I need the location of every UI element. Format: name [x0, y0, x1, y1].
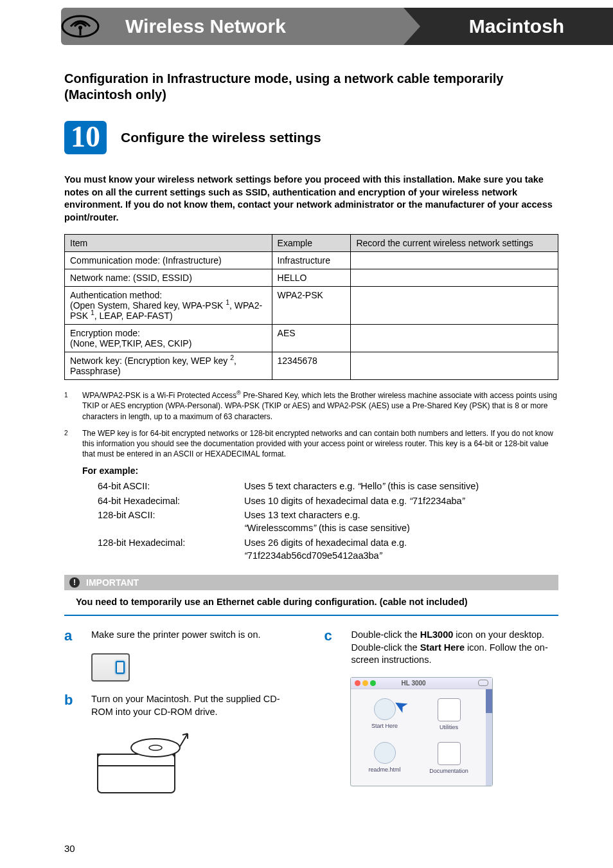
- wifi-icon: [58, 11, 103, 42]
- cdrom-icon: [91, 728, 194, 806]
- substep-letter: a: [64, 629, 80, 643]
- cell-example: AES: [272, 325, 351, 352]
- substep-letter: c: [324, 629, 340, 667]
- toolbar-toggle-icon: [478, 680, 488, 686]
- example-row: 64-bit Hexadecimal:Uses 10 digits of hex…: [98, 494, 558, 507]
- step-title: Configure the wireless settings: [121, 130, 321, 145]
- step-header: 10 Configure the wireless settings: [64, 121, 558, 154]
- important-icon: !: [69, 577, 80, 588]
- header-arrow-icon: [404, 8, 420, 45]
- cell-item: Authentication method:(Open System, Shar…: [65, 287, 272, 325]
- example-row: 128-bit ASCII:Uses 13 text characters e.…: [98, 509, 558, 535]
- footnote-text: The WEP key is for 64-bit encrypted netw…: [82, 428, 558, 460]
- example-row: 64-bit ASCII:Uses 5 text characters e.g.…: [98, 480, 558, 493]
- th-record: Record the current wireless network sett…: [351, 235, 558, 252]
- finder-item-label: Documentation: [429, 768, 468, 774]
- cell-item: Network key: (Encryption key, WEP key 2,…: [65, 352, 272, 380]
- svg-point-6: [149, 745, 162, 750]
- page-header: Wireless Network Macintosh: [0, 8, 613, 45]
- cdrom-figure: [91, 728, 194, 806]
- folder-icon: [438, 698, 461, 721]
- finder-title-text: HL 3000: [402, 680, 426, 687]
- folder-icon: [438, 742, 461, 765]
- intro-paragraph: You must know your wireless network sett…: [64, 174, 558, 224]
- footnotes: 1WPA/WPA2-PSK is a Wi-Fi Protected Acces…: [64, 390, 558, 459]
- finder-item-label: Utilities: [440, 724, 458, 730]
- footnote: 2The WEP key is for 64-bit encrypted net…: [64, 428, 558, 460]
- table-row: Network name: (SSID, ESSID)HELLO: [65, 269, 558, 287]
- th-example: Example: [272, 235, 351, 252]
- footnote: 1WPA/WPA2-PSK is a Wi-Fi Protected Acces…: [64, 390, 558, 422]
- substep-text: Turn on your Macintosh. Put the supplied…: [91, 693, 299, 718]
- example-label: 128-bit ASCII:: [98, 509, 244, 535]
- cell-record: [351, 269, 558, 287]
- section-title: Configuration in Infrastructure mode, us…: [64, 71, 558, 103]
- example-row: 128-bit Hexadecimal:Uses 26 digits of he…: [98, 536, 558, 563]
- substep-b: b Turn on your Macintosh. Put the suppli…: [64, 693, 299, 718]
- finder-item-label: readme.html: [368, 766, 400, 773]
- svg-rect-3: [98, 754, 175, 793]
- table-row: Network key: (Encryption key, WEP key 2,…: [65, 352, 558, 380]
- step-number-badge: 10: [64, 121, 107, 154]
- example-label: 64-bit Hexadecimal:: [98, 494, 244, 507]
- example-desc: Uses 10 digits of hexadecimal data e.g. …: [244, 494, 465, 507]
- finder-item: readme.html: [362, 742, 407, 774]
- footnote-text: WPA/WPA2-PSK is a Wi-Fi Protected Access…: [82, 390, 558, 422]
- table-row: Authentication method:(Open System, Shar…: [65, 287, 558, 325]
- finder-window: HL 3000 ➤ Start HereUtilitiesreadme.html…: [350, 677, 493, 786]
- minimize-icon: [362, 680, 368, 686]
- table-header-row: Item Example Record the current wireless…: [65, 235, 558, 252]
- important-bar: ! IMPORTANT: [64, 575, 558, 590]
- finder-body: ➤ Start HereUtilitiesreadme.htmlDocument…: [351, 689, 492, 786]
- zoom-icon: [370, 680, 376, 686]
- cell-record: [351, 325, 558, 352]
- finder-titlebar: HL 3000: [351, 678, 492, 689]
- th-item: Item: [65, 235, 272, 252]
- footnote-number: 1: [64, 390, 82, 422]
- settings-table: Item Example Record the current wireless…: [64, 234, 558, 380]
- cell-example: WPA2-PSK: [272, 287, 351, 325]
- cell-example: 12345678: [272, 352, 351, 380]
- example-grid: 64-bit ASCII:Uses 5 text characters e.g.…: [98, 480, 558, 562]
- cell-example: Infrastructure: [272, 252, 351, 269]
- example-desc: Uses 5 text characters e.g. “Hello” (thi…: [244, 480, 479, 493]
- example-label: 64-bit ASCII:: [98, 480, 244, 493]
- cell-example: HELLO: [272, 269, 351, 287]
- substep-text: Double-click the HL3000 icon on your des…: [351, 629, 559, 667]
- important-body: You need to temporarily use an Ethernet …: [64, 590, 558, 616]
- table-row: Encryption mode:(None, WEP,TKIP, AES, CK…: [65, 325, 558, 352]
- window-controls: [355, 680, 376, 686]
- substep-c: c Double-click the HL3000 icon on your d…: [324, 629, 559, 667]
- header-right: Macintosh: [420, 8, 613, 45]
- example-label: 128-bit Hexadecimal:: [98, 536, 244, 563]
- cell-record: [351, 252, 558, 269]
- printer-figure: [91, 653, 299, 682]
- app-icon: [374, 742, 396, 764]
- substep-letter: b: [64, 693, 80, 718]
- page-number: 30: [64, 843, 613, 854]
- header-left-title: Wireless Network: [125, 15, 286, 37]
- substep-a: a Make sure the printer power switch is …: [64, 629, 299, 643]
- cell-item: Communication mode: (Infrastructure): [65, 252, 272, 269]
- header-left: Wireless Network: [61, 8, 404, 45]
- example-desc: Uses 13 text characters e.g.“Wirelesscom…: [244, 509, 410, 535]
- table-row: Communication mode: (Infrastructure)Infr…: [65, 252, 558, 269]
- cell-record: [351, 287, 558, 325]
- cell-item: Network name: (SSID, ESSID): [65, 269, 272, 287]
- printer-icon: [91, 653, 130, 682]
- finder-item-label: Start Here: [371, 723, 398, 729]
- substep-text: Make sure the printer power switch is on…: [91, 629, 299, 643]
- example-desc: Uses 26 digits of hexadecimal data e.g.“…: [244, 536, 407, 563]
- cell-item: Encryption mode:(None, WEP,TKIP, AES, CK…: [65, 325, 272, 352]
- close-icon: [355, 680, 360, 686]
- header-right-title: Macintosh: [469, 15, 564, 37]
- finder-item: Documentation: [427, 742, 472, 774]
- finder-item: Utilities: [427, 698, 472, 730]
- cell-record: [351, 352, 558, 380]
- footnote-number: 2: [64, 428, 82, 460]
- important-label: IMPORTANT: [86, 577, 139, 588]
- for-example-heading: For example:: [82, 466, 558, 476]
